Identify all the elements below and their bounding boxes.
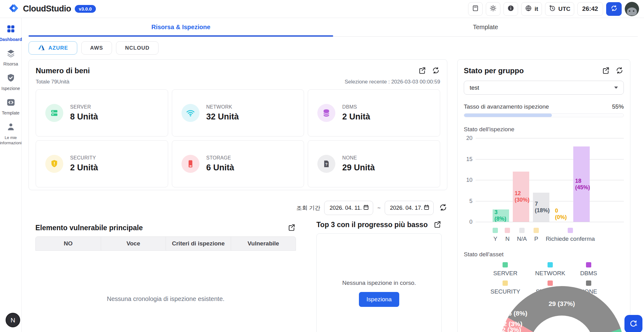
date-separator: ~ (377, 205, 381, 211)
floating-chat-button[interactable] (624, 315, 642, 332)
legend-item-dbms[interactable]: DBMS (580, 262, 597, 277)
brand-logo[interactable]: CloudStudio v3.0.0 (8, 3, 96, 14)
legend-item-n[interactable]: N (505, 228, 510, 242)
tab-template[interactable]: Template (333, 18, 638, 36)
legend-item-na[interactable]: N/A (517, 228, 527, 242)
assets-refresh-button[interactable] (432, 66, 440, 75)
sidebar-item-ispezione[interactable]: Ispezione (0, 72, 22, 92)
date-to-input[interactable]: 2026. 04. 17. (385, 201, 434, 215)
legend-item-p[interactable]: P (534, 228, 539, 242)
info-button[interactable] (503, 2, 518, 16)
bar-value-label: 18(45%) (575, 178, 590, 191)
cloudstudio-logo-icon (8, 3, 19, 14)
group-select[interactable]: test (464, 81, 624, 95)
progress-value: 55% (612, 103, 624, 110)
date-from-input[interactable]: 2026. 04. 11. (324, 201, 373, 215)
legend-item-y[interactable]: Y (493, 228, 498, 242)
vulnerable-items-title: Elemento vulnerabile principale (35, 224, 143, 232)
asset-donut-chart: 29 (37%) 6 (8%) 2 (3%) 2 (3%) (500, 286, 624, 332)
assets-total-label: Totale 79Unità (36, 79, 69, 85)
bar-legend-swatch (493, 228, 498, 233)
tab-risorsa-ispezione[interactable]: Risorsa & Ispezione (29, 18, 333, 36)
group-status-card: Stato per gruppo test Tasso di avanzamen… (457, 59, 630, 332)
inspection-chart-title: Stato dell'ispezione (464, 126, 624, 133)
vulnerable-items-section: Elemento vulnerabile principale NO Voce … (35, 223, 296, 332)
gridline (476, 138, 624, 138)
database-icon (317, 104, 335, 122)
provider-aws-button[interactable]: AWS (81, 41, 112, 55)
language-button[interactable]: it (521, 2, 542, 16)
provider-ncloud-button[interactable]: NCLOUD (116, 41, 159, 55)
brand-name: CloudStudio (23, 4, 71, 14)
date-range-refresh-button[interactable] (439, 203, 447, 213)
sidebar-item-template[interactable]: Template (0, 96, 22, 117)
storage-drive-icon (181, 155, 199, 173)
bar-Y: 3(8%) (493, 209, 509, 222)
timezone-label: UTC (558, 6, 570, 12)
asset-legend-swatch (548, 280, 553, 286)
external-link-icon (288, 228, 296, 232)
user-avatar[interactable] (625, 2, 639, 16)
server-icon (45, 104, 63, 122)
bar-legend-swatch (568, 228, 573, 233)
query-period-label: 조회 기간 (296, 204, 320, 212)
bar-legend-swatch (519, 228, 525, 233)
timezone-button[interactable]: UTC (545, 2, 574, 16)
ispeziona-button[interactable]: Ispeziona (359, 292, 399, 307)
asset-tile-none: ? NONE 29 Unità (308, 140, 440, 187)
group-refresh-button[interactable] (615, 66, 624, 75)
external-link-icon (602, 71, 610, 75)
donut-label-storage: 6 (8%) (508, 310, 527, 317)
y-axis-tick: 15 (464, 156, 472, 163)
security-shield-icon (45, 155, 63, 173)
network-wifi-icon (181, 104, 199, 122)
inspection-chart-plot: 051015203(8%)12(30%)7(18%)0(0%)18(45%) (464, 138, 624, 222)
group-select-value: test (470, 84, 479, 91)
session-timer[interactable]: 26:42 (577, 2, 603, 16)
group-open-external-button[interactable] (602, 66, 610, 75)
gridline (476, 180, 624, 180)
top3-empty-message: Nessuna ispezione in corso. (342, 280, 416, 286)
legend-item-network[interactable]: NETWORK (535, 262, 565, 277)
theme-toggle-button[interactable] (486, 2, 500, 16)
session-refresh-button[interactable] (606, 2, 622, 16)
globe-icon (525, 5, 532, 13)
column-header-voce: Voce (101, 237, 166, 250)
legend-item-server[interactable]: SERVER (490, 262, 520, 277)
asset-legend-swatch (586, 262, 591, 267)
bar-value-label: 3(8%) (494, 209, 506, 222)
svg-text:?: ? (325, 162, 328, 167)
manual-button[interactable] (468, 2, 483, 16)
person-icon (6, 122, 16, 133)
assets-open-external-button[interactable] (418, 66, 427, 75)
legend-item-richiede-conferma[interactable]: Richiede conferma (546, 228, 595, 242)
provider-azure-button[interactable]: AZURE (29, 41, 77, 55)
sidebar-item-risorsa[interactable]: Risorsa (0, 47, 22, 68)
query-period-row: 조회 기간 2026. 04. 11. ~ 2026. 04. 17. (296, 201, 447, 215)
floating-user-badge[interactable]: N (6, 313, 20, 327)
unknown-file-icon: ? (317, 155, 335, 173)
vulnerable-table: NO Voce Criteri di ispezione Vulnerabile… (35, 236, 296, 332)
sidebar-item-dashboard[interactable]: Dashboard (0, 23, 22, 43)
version-badge: v3.0.0 (75, 5, 96, 13)
vulnerable-open-external-button[interactable] (287, 223, 296, 232)
provider-switcher: AZURE AWS NCLOUD (29, 41, 159, 55)
column-header-no: NO (36, 237, 101, 250)
chevron-down-icon (614, 87, 618, 89)
dashboard-grid-icon (6, 24, 16, 35)
top3-empty-box: Nessuna ispezione in corso. Ispeziona (316, 233, 442, 332)
shield-check-icon (6, 73, 16, 84)
asset-tile-server: SERVER 8 Unità (36, 89, 168, 137)
refresh-icon (432, 71, 440, 75)
top3-title: Top 3 con il progresso più basso (316, 221, 428, 229)
code-template-icon (6, 98, 16, 108)
external-link-icon (418, 71, 426, 75)
top3-open-external-button[interactable] (433, 220, 442, 229)
bar-value-label: 7(18%) (535, 201, 550, 214)
column-header-vulnerabile: Vulnerabile (231, 237, 296, 250)
refresh-icon (439, 208, 447, 213)
sidebar-item-le-mie-informazioni[interactable]: Le mie informazioni (0, 121, 22, 147)
asset-legend-swatch (503, 280, 508, 286)
top3-lowest-progress-section: Top 3 con il progresso più basso Nessuna… (316, 220, 442, 332)
external-link-icon (433, 225, 441, 229)
